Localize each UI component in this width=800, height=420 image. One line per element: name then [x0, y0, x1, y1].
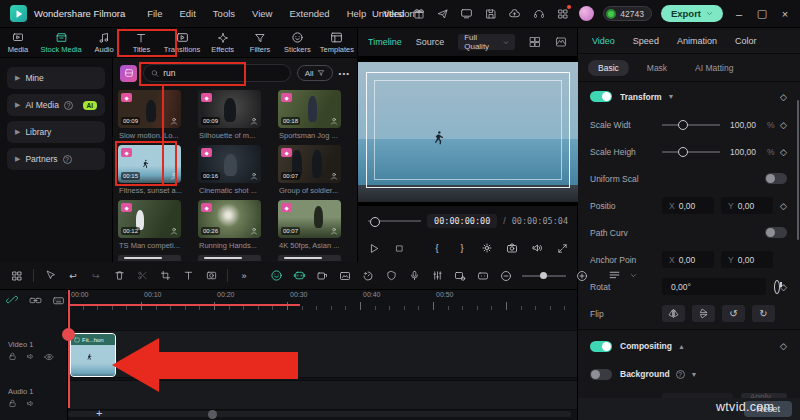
menu-tools[interactable]: Tools [213, 8, 235, 19]
track-manager-icon[interactable] [607, 269, 621, 283]
anchor-x-field[interactable]: X0,00 [662, 251, 714, 268]
audio-mixer-icon[interactable] [430, 269, 444, 283]
render-preview-icon[interactable] [453, 269, 467, 283]
tab-color[interactable]: Color [735, 36, 757, 46]
mask-tool-icon[interactable] [204, 269, 218, 283]
mark-out-button[interactable]: } [456, 242, 468, 255]
promote-icon[interactable] [435, 6, 450, 21]
tab-templates[interactable]: Templates [319, 30, 355, 56]
tab-stock-media[interactable]: Stock Media [39, 30, 82, 56]
stop-button[interactable] [393, 242, 405, 255]
preview-tab-source[interactable]: Source [416, 37, 445, 47]
stock-item[interactable]: ◆00:074K 50fps, Asian ... [276, 200, 356, 255]
sidebar-item-mine[interactable]: ▶Mine [7, 67, 105, 89]
tab-animation[interactable]: Animation [677, 36, 717, 46]
tab-effects[interactable]: Effects [207, 30, 239, 56]
keyframe-icon[interactable]: ◇ [780, 120, 787, 130]
speed-ramping-icon[interactable] [361, 269, 375, 283]
tab-speed[interactable]: Speed [633, 36, 659, 46]
anchor-y-field[interactable]: Y0,00 [721, 251, 773, 268]
scale-width-slider[interactable] [662, 124, 720, 126]
delete-icon[interactable] [112, 269, 126, 283]
background-toggle[interactable] [590, 369, 612, 380]
keyframe-icon[interactable]: ◇ [780, 341, 787, 351]
caret-down-icon[interactable]: ▼ [691, 371, 698, 378]
stock-item-selected[interactable]: ◆00:15Fitness, sunset a... [116, 145, 196, 200]
menu-view[interactable]: View [252, 8, 272, 19]
keyframe-icon[interactable]: ◇ [780, 201, 787, 211]
motion-tracking-icon[interactable] [384, 269, 398, 283]
device-icon[interactable] [459, 6, 474, 21]
save-icon[interactable] [483, 6, 498, 21]
scrollbar-thumb[interactable] [208, 410, 217, 419]
multiview-icon[interactable] [529, 36, 541, 49]
uniform-scale-toggle[interactable] [765, 173, 787, 184]
ai-portrait-icon[interactable] [269, 269, 283, 283]
tab-stickers[interactable]: Stickers [281, 30, 313, 56]
timeline-clip[interactable]: Fit...hon [70, 333, 116, 377]
audio-track[interactable] [0, 380, 577, 410]
stock-item[interactable]: ◆00:07Group of soldier... [276, 145, 356, 200]
keyboard-shortcut-icon[interactable] [52, 294, 65, 307]
scale-height-value[interactable]: 100,00 [730, 147, 764, 157]
select-tool-icon[interactable] [43, 269, 57, 283]
marker-icon[interactable] [476, 269, 490, 283]
ai-body-effect-icon[interactable] [292, 269, 306, 283]
help-icon[interactable]: ? [676, 370, 685, 379]
text-tool-icon[interactable] [181, 269, 195, 283]
play-button[interactable] [368, 242, 380, 255]
stock-item[interactable]: ◆00:12TS Man competi... [116, 200, 196, 255]
rotation-dial-icon[interactable] [774, 280, 780, 294]
mark-in-button[interactable]: { [431, 242, 443, 255]
cloud-upload-icon[interactable] [507, 6, 522, 21]
render-settings-icon[interactable] [481, 242, 493, 255]
stock-source-icon[interactable] [120, 65, 137, 82]
maximize-button[interactable]: ▢ [755, 7, 769, 20]
subtab-basic[interactable]: Basic [588, 60, 629, 76]
subtab-ai-matting[interactable]: AI Matting [685, 60, 743, 76]
panel-scrollbar[interactable] [797, 100, 799, 240]
split-scissors-icon[interactable] [135, 269, 149, 283]
position-y-field[interactable]: Y0,00 [721, 197, 773, 214]
add-track-button[interactable]: + [96, 409, 102, 417]
path-curve-toggle[interactable] [765, 227, 787, 238]
scopes-icon[interactable] [555, 36, 567, 49]
record-voiceover-icon[interactable] [407, 269, 421, 283]
gift-icon[interactable] [411, 6, 426, 21]
timeline-scrollbar[interactable] [68, 411, 571, 417]
timeline-zoom-slider[interactable] [522, 275, 566, 277]
zoom-out-icon[interactable] [499, 269, 513, 283]
search-input[interactable] [163, 68, 283, 78]
scale-width-value[interactable]: 100,00 [730, 120, 764, 130]
transform-box-inner[interactable] [374, 80, 562, 180]
tab-video[interactable]: Video [592, 36, 615, 46]
tab-filters[interactable]: Filters [244, 30, 276, 56]
coin-badge[interactable]: 42743 [603, 6, 652, 21]
flip-horizontal-button[interactable] [662, 305, 685, 322]
auto-ripple-icon[interactable] [6, 294, 19, 307]
flip-vertical-button[interactable] [692, 305, 715, 322]
playhead-handle[interactable] [62, 328, 75, 341]
caret-down-icon[interactable]: ▼ [668, 93, 675, 100]
crop-icon[interactable] [158, 269, 172, 283]
hide-track-icon[interactable] [44, 352, 54, 362]
tab-titles[interactable]: Titles [125, 30, 157, 56]
menu-help[interactable]: Help [347, 8, 367, 19]
keyframe-icon[interactable]: ◇ [780, 92, 787, 102]
position-x-field[interactable]: X0,00 [662, 197, 714, 214]
rotate-right-button[interactable]: ↻ [752, 305, 775, 322]
export-button[interactable]: Export [661, 5, 723, 22]
stock-item[interactable]: ◆00:26Running Hands... [196, 200, 276, 255]
video-viewport[interactable] [358, 56, 578, 206]
tab-media[interactable]: Media [2, 30, 34, 56]
help-icon[interactable]: ? [64, 101, 73, 110]
redo-icon[interactable]: ↪ [89, 269, 103, 283]
stock-item[interactable]: ◆00:09Silhouette of m... [196, 90, 276, 145]
snapshot-icon[interactable] [506, 242, 518, 255]
preview-scrubber[interactable] [368, 220, 421, 222]
zoom-in-icon[interactable] [575, 269, 589, 283]
transform-toggle[interactable] [590, 91, 612, 102]
current-timecode[interactable]: 00:00:00:00 [427, 214, 497, 228]
apps-grid-icon[interactable] [555, 6, 570, 21]
keyframe-icon[interactable]: ◇ [780, 147, 787, 157]
